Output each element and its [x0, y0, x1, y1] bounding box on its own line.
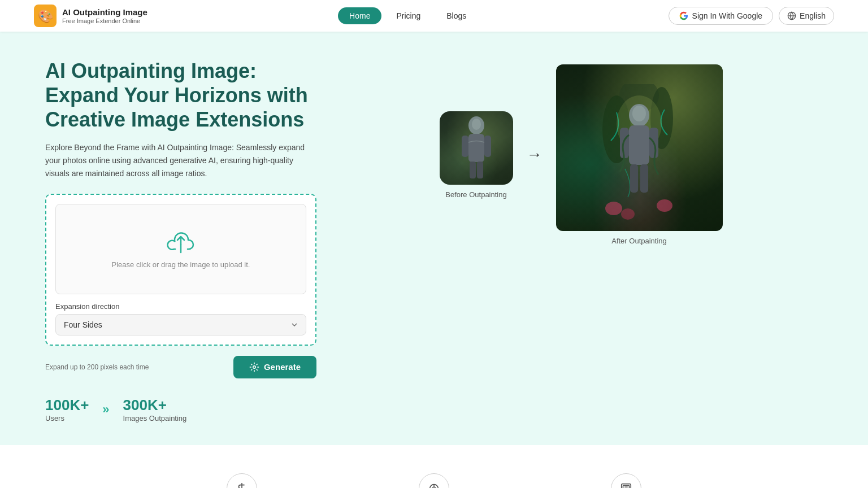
hero-right: Before Outpainting → [339, 59, 823, 245]
after-figure-svg [600, 84, 679, 220]
svg-rect-22 [640, 164, 648, 193]
svg-text:🎨: 🎨 [38, 8, 54, 24]
before-block: Before Outpainting [440, 111, 513, 199]
hero-section: AI Outpainting Image: Expand Your Horizo… [0, 32, 868, 445]
feature-card-free: Free AI Outpainting Start for free with … [168, 473, 315, 488]
upload-container: Please click or drag the image to upload… [45, 194, 316, 346]
generate-row: Expand up to 200 pixels each time Genera… [45, 356, 316, 378]
svg-rect-10 [470, 162, 476, 178]
feature-card-context: Context-aware AI The AI analyzes your im… [361, 473, 507, 488]
stat-images: 300K+ Images Outpainting [123, 396, 187, 422]
stat-users: 100K+ Users [45, 396, 89, 422]
before-figure-svg [454, 114, 499, 182]
upload-text: Please click or drag the image to upload… [112, 260, 250, 269]
stat-divider: » [102, 402, 109, 417]
before-image-inner [440, 111, 513, 185]
before-label: Before Outpainting [445, 190, 506, 199]
after-image [556, 64, 723, 231]
features-grid: Free AI Outpainting Start for free with … [45, 473, 823, 488]
svg-point-26 [657, 199, 672, 212]
after-block: After Outpainting [556, 64, 723, 245]
feature-card-extend: Extend Again Extended results can be exp… [553, 473, 700, 488]
logo-link[interactable]: 🎨 AI Outpainting Image Free Image Extend… [34, 5, 147, 27]
expansion-select[interactable]: Four Sides Left Right Top Bottom [55, 314, 306, 336]
upload-area[interactable]: Please click or drag the image to upload… [55, 204, 306, 294]
after-label: After Outpainting [611, 237, 667, 245]
before-after-comparison: Before Outpainting → [440, 64, 723, 245]
nav-links: Home Pricing Blogs [338, 7, 478, 24]
svg-point-12 [472, 119, 481, 130]
navbar: 🎨 AI Outpainting Image Free Image Extend… [0, 0, 868, 32]
feature-icon-context [419, 473, 449, 488]
hero-title: AI Outpainting Image: Expand Your Horizo… [45, 59, 316, 132]
generate-label: Generate [264, 362, 301, 372]
stats-row: 100K+ Users » 300K+ Images Outpainting [45, 396, 316, 422]
globe-icon [787, 11, 796, 20]
svg-point-23 [632, 106, 646, 121]
stat-users-number: 100K+ [45, 396, 89, 414]
feature-icon-free [227, 473, 257, 488]
generate-button[interactable]: Generate [233, 356, 316, 378]
stat-users-label: Users [45, 414, 89, 422]
dollar-icon [236, 482, 248, 488]
before-image [440, 111, 513, 185]
nav-home[interactable]: Home [338, 7, 381, 24]
layers-icon [620, 482, 632, 488]
generate-icon [249, 362, 259, 372]
nav-pricing[interactable]: Pricing [385, 7, 432, 24]
lang-label: English [800, 11, 826, 20]
hero-left: AI Outpainting Image: Expand Your Horizo… [45, 59, 316, 422]
expand-note: Expand up to 200 pixels each time [45, 363, 149, 371]
feature-icon-extend [611, 473, 641, 488]
svg-rect-7 [468, 134, 484, 162]
svg-point-25 [621, 208, 635, 220]
svg-rect-18 [629, 125, 649, 165]
logo-icon: 🎨 [34, 5, 57, 27]
logo-title: AI Outpainting Image [62, 7, 147, 18]
svg-point-5 [253, 366, 256, 369]
signin-label: Sign In With Google [692, 11, 763, 20]
features-section: Free AI Outpainting Start for free with … [0, 445, 868, 488]
brain-icon [428, 482, 440, 488]
stat-images-number: 300K+ [123, 396, 187, 414]
svg-point-24 [605, 202, 622, 215]
google-icon [679, 11, 688, 20]
expansion-label: Expansion direction [55, 302, 306, 311]
signin-button[interactable]: Sign In With Google [669, 7, 774, 25]
svg-rect-11 [477, 162, 483, 178]
after-image-inner [556, 64, 723, 231]
nav-blogs[interactable]: Blogs [435, 7, 478, 24]
nav-right: Sign In With Google English [669, 7, 834, 25]
stat-images-label: Images Outpainting [123, 414, 187, 422]
hero-description: Explore Beyond the Frame with AI Outpain… [45, 141, 316, 180]
svg-rect-8 [462, 136, 468, 157]
upload-icon [166, 229, 196, 254]
svg-rect-9 [484, 136, 491, 157]
svg-rect-21 [630, 164, 638, 193]
logo-subtitle: Free Image Extender Online [62, 18, 147, 24]
arrow-icon: → [527, 146, 542, 164]
language-button[interactable]: English [779, 7, 834, 25]
